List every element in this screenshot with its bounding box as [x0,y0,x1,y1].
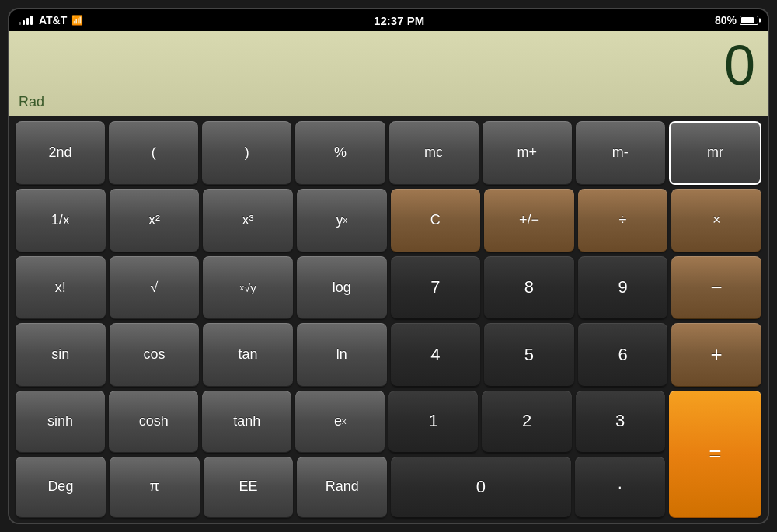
btn-2nd[interactable]: 2nd [16,121,105,185]
keypad-row-5: sinh cosh tanh ex 1 2 3 [16,391,665,452]
status-right: 80% [715,14,758,26]
btn-x2[interactable]: x² [110,189,200,252]
btn-mplus[interactable]: m+ [483,121,572,185]
btn-sqrt[interactable]: √ [110,256,200,320]
display-value: 0 [19,37,758,93]
keypad-rows-5-6: sinh cosh tanh ex 1 2 3 Deg π EE Rand 0 … [16,391,761,518]
keypad-row-3: x! √ x√y log 7 8 9 − [16,256,761,320]
btn-percent[interactable]: % [295,121,385,185]
btn-dot[interactable]: · [575,457,665,518]
angle-mode-label: Rad [19,94,758,110]
btn-yx[interactable]: yx [297,189,387,252]
btn-mc[interactable]: mc [389,121,479,185]
btn-sin[interactable]: sin [16,323,106,387]
btn-cosh[interactable]: cosh [109,391,198,452]
phone-frame: AT&T 📶 12:37 PM 80% 0 Rad 2nd ( ) % mc m… [8,8,769,524]
wifi-icon: 📶 [71,15,83,26]
btn-ee[interactable]: EE [204,457,294,518]
btn-8[interactable]: 8 [484,256,574,320]
btn-minus[interactable]: − [671,256,761,320]
calculator-keypad: 2nd ( ) % mc m+ m- mr 1/x x² x³ yx C +/−… [9,116,768,523]
btn-mr[interactable]: mr [669,121,761,185]
btn-1[interactable]: 1 [388,391,478,452]
status-bar: AT&T 📶 12:37 PM 80% [9,9,768,31]
btn-rparen[interactable]: ) [202,121,291,185]
btn-5[interactable]: 5 [484,323,574,387]
btn-divide[interactable]: ÷ [578,189,668,252]
btn-plus[interactable]: + [671,323,761,387]
keypad-row-1: 2nd ( ) % mc m+ m- mr [16,121,761,185]
signal-bars-icon [19,16,33,25]
keypad-row-6: Deg π EE Rand 0 · [16,457,665,518]
btn-c[interactable]: C [391,189,481,252]
battery-icon [740,16,758,25]
battery-percent-label: 80% [715,14,737,26]
btn-1overx[interactable]: 1/x [16,189,106,252]
btn-lparen[interactable]: ( [109,121,198,185]
btn-plusminus[interactable]: +/− [484,189,574,252]
btn-multiply[interactable]: × [671,189,761,252]
btn-9[interactable]: 9 [578,256,668,320]
btn-log[interactable]: log [297,256,387,320]
btn-equals[interactable]: = [669,391,761,518]
btn-cos[interactable]: cos [110,323,200,387]
btn-tan[interactable]: tan [203,323,293,387]
btn-4[interactable]: 4 [391,323,481,387]
btn-sinh[interactable]: sinh [16,391,105,452]
btn-3[interactable]: 3 [576,391,665,452]
btn-x3[interactable]: x³ [203,189,293,252]
btn-ln[interactable]: ln [297,323,387,387]
btn-7[interactable]: 7 [391,256,481,320]
btn-rand[interactable]: Rand [297,457,387,518]
btn-pi[interactable]: π [110,457,200,518]
carrier-label: AT&T [39,14,67,26]
btn-6[interactable]: 6 [578,323,668,387]
btn-mminus[interactable]: m- [576,121,665,185]
status-left: AT&T 📶 [19,14,83,26]
btn-ex[interactable]: ex [295,391,385,452]
calculator-display: 0 Rad [9,31,768,116]
keypad-row-4: sin cos tan ln 4 5 6 + [16,323,761,387]
btn-deg[interactable]: Deg [16,457,106,518]
btn-xfact[interactable]: x! [16,256,106,320]
time-label: 12:37 PM [374,14,424,27]
btn-tanh[interactable]: tanh [202,391,291,452]
btn-0[interactable]: 0 [391,457,571,518]
keypad-row-2: 1/x x² x³ yx C +/− ÷ × [16,189,761,252]
btn-2[interactable]: 2 [482,391,571,452]
btn-xrooty[interactable]: x√y [203,256,293,320]
